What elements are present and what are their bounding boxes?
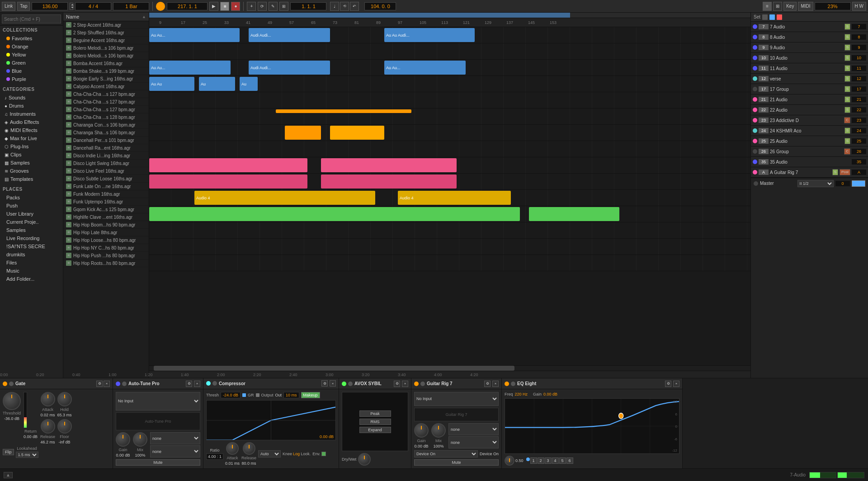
time-display[interactable]: 1. 1. 1 bbox=[290, 2, 326, 10]
places-item-current-proje[interactable]: Current Proje.. bbox=[0, 218, 63, 226]
file-item[interactable]: ≋Hip Hop Roots...hs 80 bpm.agr bbox=[63, 259, 149, 267]
loop-toggle[interactable]: ⟳ bbox=[258, 2, 267, 11]
arrangement-indicator[interactable] bbox=[156, 2, 165, 11]
file-item[interactable]: ≋Funk Uptempo 16ths.agr bbox=[63, 198, 149, 206]
avox-bypass[interactable] bbox=[348, 382, 353, 386]
sidebar-item-yellow[interactable]: Yellow bbox=[0, 51, 63, 59]
guitarrig-bypass[interactable] bbox=[420, 382, 425, 386]
file-item[interactable]: ≋2 Step Shuffled 16ths.agr bbox=[63, 29, 149, 37]
track-solo-btn[interactable]: S bbox=[844, 138, 850, 144]
midi-button[interactable]: MIDI bbox=[798, 2, 813, 11]
eqeight-bypass[interactable] bbox=[511, 382, 515, 386]
track-vol[interactable]: 12 bbox=[852, 76, 866, 81]
file-item[interactable]: ≋Bomba Shake...s 199 bpm.agr bbox=[63, 67, 149, 75]
gate-release-knob[interactable] bbox=[41, 419, 55, 434]
sidebar-item-audio-effects[interactable]: ◈Audio Effects bbox=[0, 118, 63, 126]
grid-button[interactable]: ⊞ bbox=[279, 2, 288, 11]
file-item[interactable]: ≋Disco Subtle Loose 16ths.agr bbox=[63, 175, 149, 183]
gate-hold-knob[interactable] bbox=[57, 392, 72, 406]
key-button[interactable]: Key bbox=[783, 2, 797, 11]
places-item-sants-secre[interactable]: !SA!'NTS SECRE bbox=[0, 242, 63, 250]
panel-toggle-3[interactable] bbox=[777, 14, 782, 20]
autotune-sel1[interactable]: none bbox=[150, 432, 200, 444]
arr-track-row[interactable] bbox=[149, 157, 750, 174]
arr-track-row[interactable] bbox=[149, 92, 750, 108]
status-toggle[interactable]: ▲ bbox=[4, 472, 13, 478]
scroll-thumb[interactable] bbox=[154, 366, 514, 371]
arr-clip[interactable] bbox=[330, 126, 384, 140]
file-item[interactable]: ≋Beguine Accent 16ths.agr bbox=[63, 37, 149, 44]
file-item[interactable]: ≋2 Step Accent 16ths.agr bbox=[63, 21, 149, 29]
places-item-packs[interactable]: Packs bbox=[0, 193, 63, 202]
gate-flip-btn[interactable]: Flip bbox=[3, 449, 14, 455]
track-vol[interactable]: 8 bbox=[852, 34, 866, 40]
track-solo-btn[interactable]: S bbox=[844, 75, 850, 82]
gate-close[interactable]: × bbox=[104, 381, 110, 387]
avox-peak-btn[interactable]: Peak bbox=[359, 410, 391, 417]
comp-ratio-value[interactable]: 4.00 : 1 bbox=[206, 453, 223, 460]
arr-clip[interactable]: Au Au bbox=[149, 77, 194, 91]
places-item-live-recording[interactable]: Live Recording bbox=[0, 234, 63, 242]
arr-track-row[interactable] bbox=[149, 206, 750, 222]
track-vol[interactable]: 25 bbox=[852, 138, 866, 144]
arr-clip[interactable]: Au Au... bbox=[149, 28, 240, 42]
track-vol[interactable]: 10 bbox=[852, 55, 866, 61]
guitarrig-deviceon-select[interactable]: Device On bbox=[414, 450, 478, 457]
places-item-files[interactable]: Files bbox=[0, 259, 63, 267]
compressor-settings[interactable]: ⚙ bbox=[321, 380, 328, 387]
track-vol[interactable]: 26 bbox=[852, 149, 866, 154]
file-item[interactable]: ≋Bolero Melodi...s 106 bpm.agr bbox=[63, 52, 149, 60]
comp-knee-value[interactable]: Log bbox=[293, 452, 300, 456]
master-select[interactable]: II 1/2 bbox=[797, 180, 834, 187]
arr-clip[interactable]: Audio 4 bbox=[194, 191, 375, 205]
eq-ch-indicator[interactable] bbox=[526, 457, 530, 461]
sidebar-item-orange[interactable]: Orange bbox=[0, 42, 63, 51]
compressor-power[interactable] bbox=[206, 381, 211, 386]
arr-clip[interactable] bbox=[149, 207, 520, 221]
arr-clip[interactable]: Audi Audi... bbox=[249, 28, 330, 42]
collections-header[interactable]: Collections bbox=[0, 26, 63, 34]
file-item[interactable]: ≋Bomba Accent 16ths.agr bbox=[63, 60, 149, 67]
track-vol[interactable]: 7 bbox=[852, 24, 866, 29]
places-item-music[interactable]: Music bbox=[0, 267, 63, 275]
guitarrig-input-select[interactable]: No Input bbox=[414, 392, 499, 406]
file-item[interactable]: ≋Calypso Accent 16ths.agr bbox=[63, 83, 149, 90]
hw-button[interactable]: H W bbox=[852, 2, 866, 11]
arr-timeline[interactable]: 9172533414957657381899710511312112913714… bbox=[149, 18, 750, 27]
comp-release-knob[interactable] bbox=[243, 442, 255, 455]
comp-auto-select[interactable]: Auto bbox=[258, 450, 281, 457]
arr-track-row[interactable] bbox=[149, 108, 750, 125]
file-item[interactable]: ≋Hip Hop Late 8ths.agr bbox=[63, 229, 149, 236]
eqeight-settings[interactable]: ⚙ bbox=[665, 381, 671, 387]
track-vol[interactable]: A bbox=[852, 170, 866, 175]
file-item[interactable]: ≋Cha-Cha-Cha ...s 127 bpm.agr bbox=[63, 98, 149, 106]
avox-power[interactable] bbox=[342, 382, 346, 386]
comp-log-btn[interactable] bbox=[321, 452, 326, 456]
arr-track-row[interactable] bbox=[149, 255, 750, 271]
arr-tracks[interactable]: Au Au...Audi Audi...Au Au Audi...Au Au..… bbox=[149, 27, 750, 365]
sidebar-item-templates[interactable]: ▤Templates bbox=[0, 175, 63, 183]
sidebar-item-purple[interactable]: Purple bbox=[0, 75, 63, 83]
avox-rms-btn[interactable]: RMS bbox=[359, 419, 391, 425]
track-solo-btn[interactable]: S bbox=[844, 96, 850, 103]
file-item[interactable]: ≋Disco Light Swing 16ths.agr bbox=[63, 160, 149, 167]
gate-attack-knob[interactable] bbox=[41, 392, 55, 406]
places-item-add-folder[interactable]: Add Folder... bbox=[0, 275, 63, 283]
track-solo-btn[interactable]: S bbox=[844, 55, 850, 61]
file-sort-icon[interactable]: ▲ bbox=[142, 14, 146, 19]
stop-button[interactable]: ■ bbox=[220, 2, 229, 11]
track-record-btn[interactable]: C bbox=[844, 117, 850, 123]
comp-makeup-btn[interactable]: Makeup bbox=[301, 392, 320, 398]
avox-drywet-knob[interactable] bbox=[358, 453, 371, 466]
arr-track-row[interactable]: Au AuAuAu bbox=[149, 76, 750, 92]
file-item[interactable]: ≋Hip Hop Boom...hs 90 bpm.agr bbox=[63, 221, 149, 229]
track-vol[interactable]: 17 bbox=[852, 86, 866, 92]
sidebar-item-samples[interactable]: ▦Samples bbox=[0, 159, 63, 167]
sidebar-item-grooves[interactable]: ≋Grooves bbox=[0, 167, 63, 175]
file-item[interactable]: ≋Funk Modern 16ths.agr bbox=[63, 190, 149, 198]
file-item[interactable]: ≋Cha-Cha-Cha ...s 128 bpm.agr bbox=[63, 113, 149, 121]
file-item[interactable]: ≋Disco Indie Li...ing 16ths.agr bbox=[63, 152, 149, 160]
arr-track-row[interactable]: Au Au...Audi Audi...Au Au... bbox=[149, 60, 750, 76]
sidebar-item-sounds[interactable]: ♪Sounds bbox=[0, 94, 63, 102]
autotune-mix-knob[interactable] bbox=[133, 432, 147, 447]
